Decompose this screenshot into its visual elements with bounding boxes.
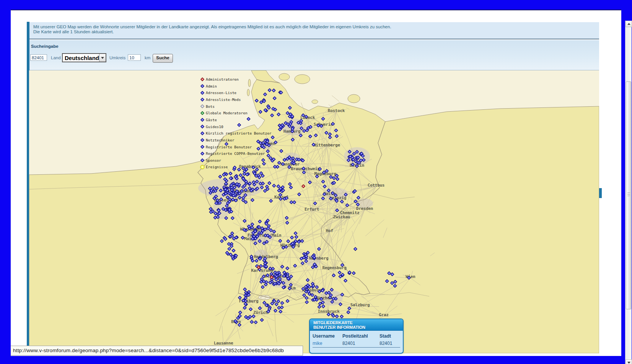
legend-item: Bots [200, 104, 215, 109]
scrollbar-grip-icon [627, 193, 630, 196]
legend-item-label: Adressen-Liste [206, 91, 236, 95]
postcode-input[interactable] [30, 54, 47, 61]
radius-label: Umkreis [109, 55, 125, 60]
popup-body: Username Postleitzahl Stadt mike 82401 8… [310, 331, 403, 348]
legend-item-label: Registrierte COPPA-Benutzer [206, 151, 265, 156]
country-label: Land [51, 55, 61, 60]
radius-input[interactable] [128, 54, 141, 61]
city-label: Rostock [328, 108, 345, 113]
chevron-down-icon [101, 57, 104, 59]
map-panel: RostockLübeckSchwerinHamburgBremenWitten… [29, 70, 599, 353]
island [248, 79, 251, 87]
browser-status-bar: http://www.v-stromforum.de/geomap.php?mo… [11, 346, 303, 356]
scroll-up-icon [627, 23, 630, 25]
search-panel-title: Sucheingabe [31, 44, 59, 49]
legend-item-label: Administratoren [206, 77, 239, 81]
member-stadt: 82401 [380, 340, 400, 348]
scroll-down-icon [627, 362, 630, 364]
legend-item-label: Guides10 [206, 125, 223, 129]
legend-item-label: Gäste [206, 118, 217, 122]
popup-title-line2: BENUTZER INFORMATION [313, 325, 399, 330]
member-info-popup: MITGLIEDERKARTE BENUTZER INFORMATION Use… [309, 318, 404, 354]
popup-title-line1: MITGLIEDERKARTE [313, 320, 399, 325]
legend-item-label: Sponsor [206, 158, 221, 162]
country-select-value: Deutschland [63, 55, 99, 61]
city-label: Hof [326, 228, 333, 233]
legend-item-label: Registrierte Benutzer [206, 145, 252, 149]
member-username-link[interactable]: mike [313, 340, 342, 348]
vertical-scrollbar[interactable] [625, 21, 632, 364]
country-select[interactable]: Deutschland [62, 53, 106, 62]
country-select-arrow-button[interactable] [99, 54, 106, 62]
city-label: Lausanne [214, 341, 233, 346]
island [279, 73, 290, 80]
legend-item-label: Globale Moderatoren [206, 111, 248, 115]
column-header-username: Username [313, 333, 342, 340]
city-label: Wien [406, 274, 415, 279]
scroll-up-button[interactable] [625, 21, 632, 27]
legend-item: Registrierte COPPA-Benutzer [200, 151, 265, 156]
status-url-text: http://www.v-stromforum.de/geomap.php?mo… [13, 348, 284, 353]
page-window: Mit unserer GEO Map werden die Wohnorte … [11, 10, 621, 356]
right-accent-fragment [599, 188, 602, 198]
city-label: Cottbus [368, 183, 384, 188]
notice-line1: Mit unserer GEO Map werden die Wohnorte … [33, 24, 595, 29]
city-label: Graz [379, 312, 388, 317]
legend-item-label: Netztechniker [206, 138, 235, 142]
column-header-stadt: Stadt [380, 333, 400, 340]
island [348, 94, 360, 103]
legend-item-label: Bots [206, 104, 215, 109]
geo-map[interactable]: RostockLübeckSchwerinHamburgBremenWitten… [29, 70, 599, 353]
city-label: Schwerin [314, 122, 333, 127]
member-postleitzahl: 82401 [342, 340, 380, 348]
legend-item: Adressliste-Mods [200, 98, 241, 102]
island [312, 100, 318, 104]
member-table: Username Postleitzahl Stadt mike 82401 8… [313, 333, 400, 348]
city-label: Zwickau [333, 214, 350, 219]
city-label: Erfurt [305, 207, 319, 212]
legend-item: Administratoren [200, 77, 238, 81]
legend-item-label: Kürzlich registrierte Benutzer [206, 131, 272, 135]
search-button[interactable]: Suche [153, 54, 173, 63]
popup-header: MITGLIEDERKARTE BENUTZER INFORMATION [310, 319, 403, 331]
scrollbar-thumb[interactable] [626, 81, 631, 309]
legend-item-label: Admin [206, 84, 217, 88]
geomap-notice: Mit unserer GEO Map werden die Wohnorte … [29, 22, 599, 39]
notice-line2: Die Karte wird alle 1 Stunden aktualisie… [33, 29, 595, 34]
city-label: Zürich [253, 310, 268, 315]
legend-item-label: Ereignisse [206, 165, 228, 169]
column-header-postleitzahl: Postleitzahl [342, 333, 380, 340]
city-label: Wittenberge [313, 143, 340, 148]
island [295, 75, 310, 84]
scroll-down-button[interactable] [625, 359, 632, 364]
city-label: Salzburg [350, 302, 370, 307]
km-unit-label: km [145, 55, 150, 60]
legend-item: Netztechniker [200, 138, 234, 142]
legend-item: Registrierte Benutzer [200, 145, 252, 149]
legend-item: Adressen-Liste [200, 91, 236, 95]
legend-item: Globale Moderatoren [200, 111, 247, 115]
legend-item: Kürzlich registrierte Benutzer [200, 131, 272, 135]
island [247, 89, 249, 96]
legend-events-icon-core [202, 166, 203, 168]
legend-item-label: Adressliste-Mods [206, 98, 241, 102]
browser-frame: Mit unserer GEO Map werden die Wohnorte … [0, 0, 632, 364]
search-panel: Sucheingabe Land Deutschland Umkreis km … [29, 40, 599, 70]
